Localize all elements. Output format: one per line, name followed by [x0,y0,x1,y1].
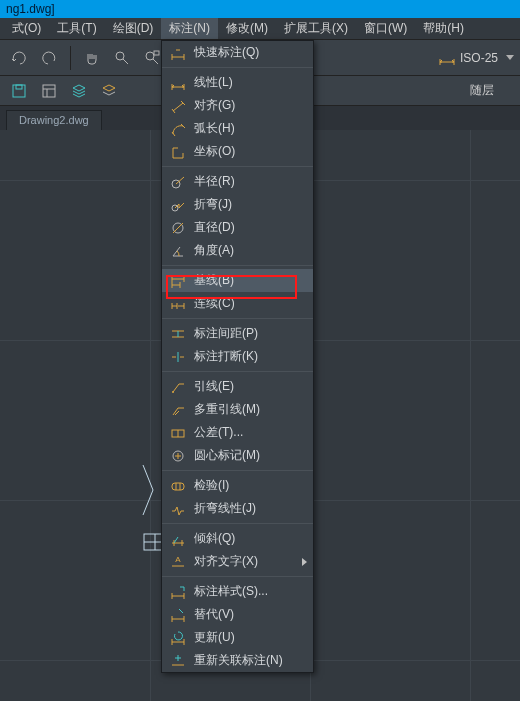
diameter-icon [168,219,188,237]
menu-item-label: 更新(U) [194,629,305,646]
menu-separator [162,67,313,68]
menu-item-dim-style[interactable]: 标注样式(S)... [162,580,313,603]
menu-item-baseline[interactable]: 基线(B) [162,269,313,292]
menu-help[interactable]: 帮助(H) [415,18,472,39]
svg-text:A: A [175,555,181,564]
layer-bylayer-value[interactable]: 随层 [470,82,514,99]
menu-item-label: 坐标(O) [194,143,305,160]
dimension-dropdown-menu: 快速标注(Q)线性(L)对齐(G)弧长(H)坐标(O)半径(R)折弯(J)直径(… [161,40,314,673]
svg-point-1 [146,52,154,60]
menu-item-dim-break[interactable]: 标注打断(K) [162,345,313,368]
menu-item-label: 连续(C) [194,295,305,312]
menu-window[interactable]: 窗口(W) [356,18,415,39]
ordinate-icon [168,143,188,161]
menu-item-label: 倾斜(Q) [194,530,305,547]
undo-dropdown-icon[interactable] [6,45,32,71]
menu-item-inspect[interactable]: 检验(I) [162,474,313,497]
linear-icon [168,74,188,92]
menu-item-label: 折弯线性(J) [194,500,305,517]
jogged-icon [168,196,188,214]
dim-icon [438,49,456,67]
pan-icon[interactable] [79,45,105,71]
menu-item-radius[interactable]: 半径(R) [162,170,313,193]
menu-item-label: 多重引线(M) [194,401,305,418]
menu-item-jogged[interactable]: 折弯(J) [162,193,313,216]
menu-item-tolerance[interactable]: 公差(T)... [162,421,313,444]
menu-item-ordinate[interactable]: 坐标(O) [162,140,313,163]
menu-separator [162,576,313,577]
menu-item-update[interactable]: 更新(U) [162,626,313,649]
quick-dim-icon [168,44,188,62]
svg-rect-13 [172,483,184,490]
menu-item-aligned[interactable]: 对齐(G) [162,94,313,117]
menu-draw[interactable]: 绘图(D) [105,18,162,39]
align-text-icon: A [168,553,188,571]
menu-item-override[interactable]: 替代(V) [162,603,313,626]
svg-point-0 [116,52,124,60]
menu-item-diameter[interactable]: 直径(D) [162,216,313,239]
menu-item-label: 折弯(J) [194,196,305,213]
menu-item-label: 直径(D) [194,219,305,236]
jog-linear-icon [168,500,188,518]
menu-item-label: 快速标注(Q) [194,44,305,61]
menu-separator [162,371,313,372]
menu-item-jog-linear[interactable]: 折弯线性(J) [162,497,313,520]
properties-icon[interactable] [36,78,62,104]
menu-dimension[interactable]: 标注(N) [161,18,218,39]
menu-item-label: 对齐文字(X) [194,553,305,570]
menu-item-reassoc[interactable]: 重新关联标注(N) [162,649,313,672]
menu-item-label: 替代(V) [194,606,305,623]
menu-bar: 式(O) 工具(T) 绘图(D) 标注(N) 修改(M) 扩展工具(X) 窗口(… [0,18,520,40]
menu-separator [162,166,313,167]
menu-tools[interactable]: 工具(T) [49,18,104,39]
arc-length-icon [168,120,188,138]
menu-item-leader[interactable]: 引线(E) [162,375,313,398]
menu-separator [162,318,313,319]
menu-item-label: 弧长(H) [194,120,305,137]
menu-extension[interactable]: 扩展工具(X) [276,18,356,39]
menu-item-label: 对齐(G) [194,97,305,114]
radius-icon [168,173,188,191]
menu-modify[interactable]: 修改(M) [218,18,276,39]
menu-item-align-text[interactable]: A对齐文字(X) [162,550,313,573]
dim-style-combo[interactable]: ISO-25 [438,49,514,67]
layers-icon[interactable] [66,78,92,104]
menu-item-arc-length[interactable]: 弧长(H) [162,117,313,140]
redo-dropdown-icon[interactable] [36,45,62,71]
aligned-icon [168,97,188,115]
layer-state-icon[interactable] [96,78,122,104]
zoom-icon[interactable] [109,45,135,71]
svg-point-10 [172,391,174,393]
menu-item-label: 基线(B) [194,272,305,289]
dim-space-icon [168,325,188,343]
menu-item-label: 圆心标记(M) [194,447,305,464]
override-icon [168,606,188,624]
menu-item-label: 半径(R) [194,173,305,190]
inspect-icon [168,477,188,495]
menu-item-continue[interactable]: 连续(C) [162,292,313,315]
menu-item-label: 检验(I) [194,477,305,494]
menu-item-label: 线性(L) [194,74,305,91]
menu-separator [162,265,313,266]
menu-separator [162,523,313,524]
menu-item-quick-dim[interactable]: 快速标注(Q) [162,41,313,64]
menu-item-label: 标注样式(S)... [194,583,305,600]
menu-item-mleader[interactable]: 多重引线(M) [162,398,313,421]
tolerance-icon [168,424,188,442]
menu-item-dim-space[interactable]: 标注间距(P) [162,322,313,345]
document-tab[interactable]: Drawing2.dwg [6,110,102,130]
mleader-icon [168,401,188,419]
menu-item-oblique[interactable]: 倾斜(Q) [162,527,313,550]
menu-item-center-mark[interactable]: 圆心标记(M) [162,444,313,467]
menu-item-linear[interactable]: 线性(L) [162,71,313,94]
menu-item-label: 重新关联标注(N) [194,652,305,669]
leader-icon [168,378,188,396]
update-icon [168,629,188,647]
menu-format[interactable]: 式(O) [4,18,49,39]
save-icon[interactable] [6,78,32,104]
dropdown-arrow-icon [506,55,514,60]
baseline-icon [168,272,188,290]
center-mark-icon [168,447,188,465]
menu-item-angular[interactable]: 角度(A) [162,239,313,262]
menu-item-label: 公差(T)... [194,424,305,441]
